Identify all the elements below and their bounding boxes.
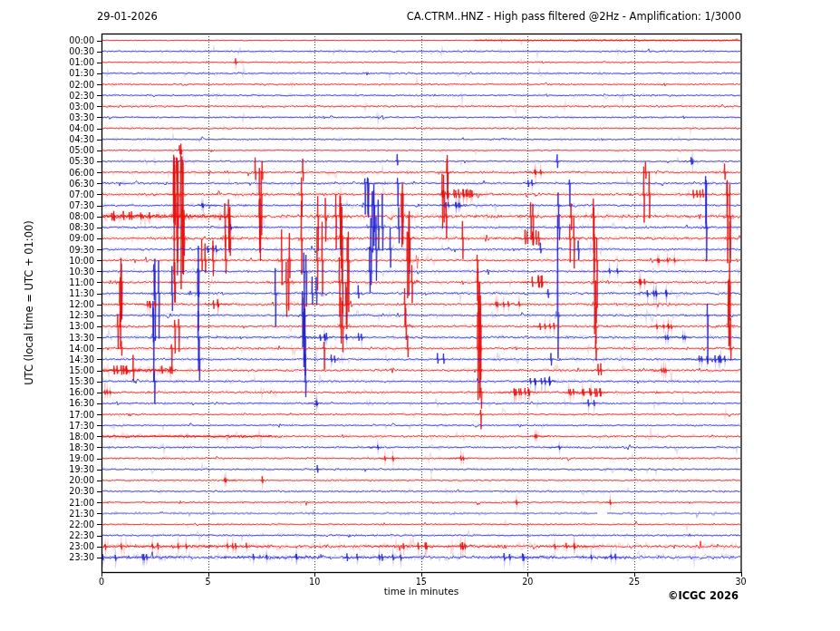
y-tick-label: 16:00 xyxy=(54,387,94,397)
y-tick-label: 19:00 xyxy=(54,453,94,463)
y-tick-label: 03:30 xyxy=(54,112,94,122)
y-tick-label: 19:30 xyxy=(54,464,94,474)
y-axis-title: UTC (local time = UTC + 01:00) xyxy=(23,203,35,403)
y-tick-label: 06:00 xyxy=(54,168,94,178)
plot-title: CA.CTRM..HNZ - High pass filtered @2Hz -… xyxy=(407,10,741,23)
x-tick-label: 5 xyxy=(192,577,225,587)
y-tick-label: 12:00 xyxy=(54,299,94,309)
y-tick-label: 01:30 xyxy=(54,68,94,78)
x-tick-label: 30 xyxy=(725,577,758,587)
y-tick-label: 16:30 xyxy=(54,398,94,408)
y-tick-label: 14:30 xyxy=(54,354,94,364)
x-tick-label: 0 xyxy=(85,577,118,587)
y-tick-label: 15:30 xyxy=(54,376,94,386)
y-tick-label: 02:00 xyxy=(54,80,94,90)
y-tick-label: 05:00 xyxy=(54,145,94,155)
y-tick-label: 21:30 xyxy=(54,509,94,519)
y-tick-label: 15:00 xyxy=(54,365,94,375)
x-tick-label: 15 xyxy=(405,577,438,587)
y-tick-label: 10:30 xyxy=(54,267,94,277)
y-tick-label: 04:30 xyxy=(54,134,94,144)
y-tick-label: 07:30 xyxy=(54,200,94,210)
y-tick-label: 06:30 xyxy=(54,179,94,189)
y-tick-label: 12:30 xyxy=(54,310,94,320)
y-tick-label: 09:30 xyxy=(54,245,94,255)
y-tick-label: 20:00 xyxy=(54,475,94,485)
y-tick-label: 05:30 xyxy=(54,156,94,166)
y-tick-label: 20:30 xyxy=(54,486,94,496)
y-tick-label: 09:00 xyxy=(54,233,94,243)
seismogram-canvas xyxy=(0,0,840,631)
y-tick-label: 11:00 xyxy=(54,277,94,287)
y-tick-label: 11:30 xyxy=(54,288,94,298)
y-tick-label: 23:30 xyxy=(54,552,94,562)
y-tick-label: 23:00 xyxy=(54,541,94,551)
y-tick-label: 22:00 xyxy=(54,519,94,529)
y-tick-label: 18:00 xyxy=(54,432,94,442)
x-axis-title: time in minutes xyxy=(101,586,741,597)
x-tick-label: 20 xyxy=(511,577,544,587)
y-tick-label: 00:00 xyxy=(54,35,94,45)
y-tick-label: 22:30 xyxy=(54,530,94,540)
y-tick-label: 03:00 xyxy=(54,102,94,112)
y-tick-label: 21:00 xyxy=(54,498,94,508)
copyright-label: ©ICGC 2026 xyxy=(668,589,739,602)
y-tick-label: 08:30 xyxy=(54,222,94,232)
y-tick-label: 10:00 xyxy=(54,256,94,266)
y-tick-label: 04:00 xyxy=(54,123,94,133)
x-tick-label: 25 xyxy=(618,577,651,587)
y-tick-label: 01:00 xyxy=(54,57,94,67)
helicorder-page: 29-01-2026 CA.CTRM..HNZ - High pass filt… xyxy=(0,0,840,631)
y-tick-label: 13:30 xyxy=(54,333,94,343)
x-tick-label: 10 xyxy=(298,577,331,587)
y-tick-label: 08:00 xyxy=(54,211,94,221)
y-tick-label: 14:00 xyxy=(54,344,94,354)
y-tick-label: 17:30 xyxy=(54,421,94,431)
date-label: 29-01-2026 xyxy=(97,10,158,23)
y-tick-label: 02:30 xyxy=(54,91,94,101)
y-tick-label: 18:30 xyxy=(54,442,94,452)
y-tick-label: 13:00 xyxy=(54,321,94,331)
y-tick-label: 00:30 xyxy=(54,46,94,56)
y-tick-label: 17:00 xyxy=(54,410,94,420)
y-tick-label: 07:00 xyxy=(54,189,94,199)
